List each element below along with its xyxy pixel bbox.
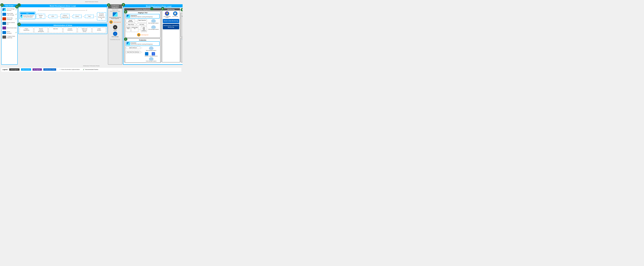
resp-ai-box: Responsible AI (131, 26, 138, 32)
admin-datasets: Data Sets (48, 27, 62, 33)
badge-8: 8 (161, 7, 164, 10)
legend-future: * * Future Accelerator Implementation (60, 69, 80, 70)
model-dev-header: Model Development (Inner Loop) (18, 4, 107, 7)
triggers-bottom-text: * * Triggers Availability Latency (182, 39, 182, 42)
model-dep-header: Model Deployment (Outer Loop) (124, 5, 182, 7)
cont-dep-header: Continuous Deployment (124, 8, 161, 10)
feature-icon (2, 35, 6, 39)
badge-1: 1 (0, 3, 4, 7)
data-item-storage: Azure Storage Account ✓ (2, 8, 17, 11)
near-rt-prod: Near Real-Time Inference (126, 51, 140, 53)
azure-monitor-item: 📊 Azure Monitor (172, 11, 178, 18)
legend-recommended: ✓ Recommended Practice (83, 68, 98, 71)
ml-workspace-icon (20, 15, 22, 18)
online-ep-label: Online Managed Endpoint (148, 29, 159, 30)
staging-workspace-label: Staging/TestSecure Azure Machine Learnin… (131, 15, 153, 18)
sql-label: Azure SQL Database (7, 17, 15, 20)
data-item-cosmos: Azure Cosmos DB (2, 22, 17, 25)
monitoring-section: 8 Monitoring 💡 Azure Application Insight… (162, 8, 180, 62)
legend-ml: ML Engineer (32, 68, 42, 71)
data-estate-panel: 1 Data Estate 3 Azure Storage Account ✓ … (1, 4, 18, 65)
legend-infra: Infrastructure Team (43, 68, 56, 71)
ci-ml-registry: Azure Machine Learning Model Registries (109, 12, 121, 19)
ci-github: ⎈ Github (109, 25, 121, 31)
badge-5: 5 (122, 3, 125, 6)
bottom-flow-labels: Infrastructure Performance Review (1, 65, 181, 66)
infra-perf-review-label: Infrastructure Performance Review (83, 65, 100, 66)
prod-ml-icon (126, 42, 130, 45)
batch-ep-staging: Batch Managed Endpoint (148, 19, 158, 24)
storage-icon (2, 8, 6, 11)
staging-workspace: Staging/TestSecure Azure Machine Learnin… (126, 14, 160, 18)
dev-label: Dev (20, 12, 35, 14)
feature-label: * Feature Store (Optional) (7, 35, 17, 38)
staging-gated-icon: 👤 (137, 33, 140, 36)
future-label: * Future Accelerator Implementation (60, 69, 80, 70)
online-ep-prod: Online Managed Endpoint (146, 57, 156, 62)
pipeline-eda: EDA (48, 15, 57, 18)
k8s-icon: ⎈ (152, 52, 155, 55)
pipeline-evaluate: EvaluateModel &Responsible AI (97, 12, 106, 20)
badge-6: 6 (124, 10, 127, 13)
online-ep-cloud (151, 25, 156, 29)
prod-workspace-label: ProductionSecure Azure Machine Learning … (131, 42, 153, 45)
pipeline-train: Train (85, 15, 94, 18)
monitoring-header: Monitoring (162, 8, 180, 10)
data-item-eventhubs: Azure Event Hubs (2, 26, 17, 30)
k8s-section: ⎈ Kubernetes Services (149, 52, 158, 57)
admin-define-team: Define UserTeam andAccess (78, 27, 92, 33)
triggers-column: 9 * * Triggers Notifications Schedule Me… (180, 8, 182, 62)
arrow-1: → (46, 15, 48, 17)
batch-ep-prod: Batch Managed Endpoint (146, 46, 156, 51)
ci-section: 4 Continuous Integration Register Model … (108, 4, 122, 65)
model-deployment-outer: 5 Model Deployment (Outer Loop) Continuo… (123, 4, 182, 65)
staging-header: Staging & Test (126, 12, 160, 13)
triggers-top: * * Triggers Notifications Schedule Metr… (180, 13, 182, 37)
batch-ep-label: Batch Managed Endpoint (148, 23, 158, 24)
data-item-sql: Azure SQL Database ✓ (2, 17, 17, 20)
monitoring-icons-row: 💡 Azure Application Insights 📊 Azure Mon… (163, 11, 179, 18)
recommended-check: ✓ (83, 68, 84, 71)
github-label: Github (114, 30, 117, 31)
devops-label: Azure DevOps (112, 36, 119, 37)
model-trigger-label: Model Registered Trigger (109, 11, 121, 12)
register-model-label: Register Model (109, 9, 121, 10)
dev-sublabel: Secure Azure Machine Learning Workspace (23, 15, 34, 18)
gated-approval-row: 👤 Gated Approval (109, 20, 121, 24)
unit-tests-box: Unit Tests (136, 23, 147, 26)
azure-monitor-icon: 📊 (173, 11, 178, 16)
iterate-label: Iterate (20, 8, 106, 9)
cont-dep-section: Continuous Deployment 6 Staging & Test (124, 8, 162, 62)
badge-6-placeholder (150, 7, 154, 10)
pipeline-tabular: TabularData (36, 14, 45, 19)
synapse-check: ✓ (15, 32, 17, 34)
batch-inf-prod: Batch Inference (126, 46, 140, 49)
model-dev-section: Model Development (Inner Loop) Iterate ↖… (18, 4, 107, 22)
badge-4: 4 (107, 3, 110, 7)
azure-arc-icon (145, 52, 148, 55)
pipeline-feature: FeatureEngineering (60, 14, 70, 19)
online-ep-prod-cloud (149, 57, 154, 60)
azure-arc-label: Azure Arc (145, 56, 149, 57)
batch-ep-cloud (151, 19, 156, 22)
staging-ml-icon (126, 15, 130, 18)
ci-devops: ∞ Azure DevOps (109, 32, 121, 37)
center-column: Model Development (Inner Loop) Iterate ↖… (18, 4, 107, 65)
badge-not-shown (17, 3, 21, 7)
triggers-top-text: * * Triggers Notifications Schedule Metr… (182, 14, 182, 19)
recommended-label: Recommended Practice (85, 69, 98, 70)
model-perf-review-label: Model Performance Review (85, 1, 98, 2)
admin-ml-workspaces: MachineLearningWorkspaces (34, 27, 48, 33)
cosmos-icon (2, 22, 6, 25)
staging-gated-label: Gated Approval (141, 34, 148, 35)
smoke-tests-box: Smoke Tests (126, 26, 131, 32)
infra-monitoring: Infrastructure & Resource Monitoring (163, 24, 179, 29)
eventhubs-icon (2, 26, 6, 29)
admin-project-repos: ProjectRepositories (20, 27, 34, 33)
data-checks-box: Data Checks (126, 23, 136, 26)
arrow-4: → (82, 15, 84, 17)
gated-label: Gated Approval (113, 21, 121, 23)
pipeline-model: Model (72, 15, 82, 18)
batch-ep-prod-cloud (149, 46, 154, 50)
qa-box: Quality Assurance (126, 19, 135, 23)
